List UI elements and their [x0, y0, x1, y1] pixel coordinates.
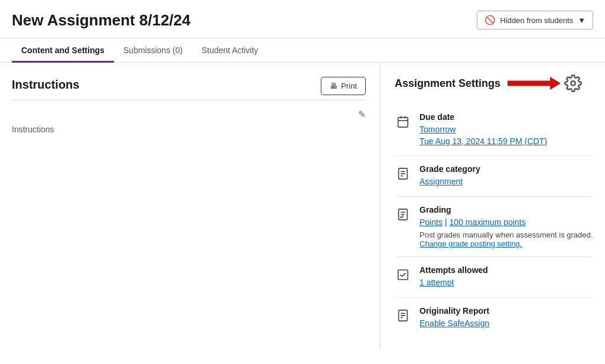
originality-icon: [395, 307, 411, 324]
grading-points-link[interactable]: Points: [419, 217, 443, 227]
instructions-content: Instructions: [12, 125, 366, 134]
checkbox-icon: [396, 268, 409, 281]
grade-category-label: Grade category: [419, 164, 593, 174]
grading-max-points-link[interactable]: 100 maximum points: [450, 217, 526, 227]
tab-student-activity[interactable]: Student Activity: [192, 38, 268, 63]
settings-title: Assignment Settings: [395, 77, 500, 90]
visibility-label: Hidden from students: [500, 16, 574, 25]
grade-category-icon: [395, 165, 411, 182]
grading-doc-icon: [396, 208, 409, 221]
settings-header: Assignment Settings: [395, 74, 593, 92]
grade-category-content: Grade category Assignment: [419, 164, 593, 188]
arrow-gear-container: [508, 74, 582, 92]
grading-label: Grading: [419, 205, 593, 214]
grading-setting: Grading Points|100 maximum points Post g…: [395, 197, 593, 258]
divider: [12, 100, 366, 100]
attempts-icon: [395, 266, 411, 283]
tab-bar: Content and Settings Submissions (0) Stu…: [0, 38, 605, 63]
due-date-content: Due date Tomorrow Tue Aug 13, 2024 11:59…: [419, 112, 593, 147]
tab-content-settings[interactable]: Content and Settings: [12, 38, 114, 63]
settings-panel: Assignment Settings: [380, 63, 605, 350]
grading-content: Grading Points|100 maximum points Post g…: [419, 205, 593, 249]
grading-icon: [395, 206, 411, 223]
originality-label: Originality Report: [419, 306, 593, 316]
safe-assign-link[interactable]: Enable SafeAssign: [419, 318, 593, 330]
edit-icon[interactable]: ✎: [358, 109, 366, 120]
gear-icon: [564, 74, 582, 92]
attempts-link[interactable]: 1 attempt: [419, 277, 593, 289]
originality-doc-icon: [396, 309, 409, 322]
svg-rect-1: [398, 118, 408, 128]
tab-submissions[interactable]: Submissions (0): [114, 38, 192, 63]
main-content: Instructions 🖶 Print ✎ Instructions Assi…: [0, 63, 605, 350]
attempts-setting: Attempts allowed 1 attempt: [395, 257, 593, 298]
edit-row: ✎: [12, 109, 366, 120]
grading-description: Post grades manually when assessment is …: [419, 230, 593, 248]
grade-category-link[interactable]: Assignment: [419, 176, 593, 188]
instructions-panel: Instructions 🖶 Print ✎ Instructions: [0, 63, 380, 350]
grade-category-setting: Grade category Assignment: [395, 156, 593, 197]
visibility-button[interactable]: 🚫 Hidden from students ▼: [477, 11, 593, 30]
page-title: New Assignment 8/12/24: [12, 11, 191, 30]
due-date-label: Due date: [419, 112, 593, 122]
chevron-down-icon: ▼: [578, 16, 586, 25]
attempts-content: Attempts allowed 1 attempt: [419, 265, 593, 289]
pipe-separator: |: [445, 217, 447, 227]
print-button[interactable]: 🖶 Print: [321, 77, 366, 95]
due-date-tomorrow-link[interactable]: Tomorrow: [419, 124, 593, 136]
red-arrow-indicator: [508, 77, 561, 90]
originality-setting: Originality Report Enable SafeAssign: [395, 298, 593, 338]
due-date-setting: Due date Tomorrow Tue Aug 13, 2024 11:59…: [395, 104, 593, 156]
due-date-icon: [395, 113, 411, 130]
hidden-eye-icon: 🚫: [484, 15, 496, 25]
svg-rect-12: [398, 270, 408, 280]
print-label: Print: [341, 82, 357, 90]
instructions-header: Instructions 🖶 Print: [12, 77, 366, 95]
attempts-label: Attempts allowed: [419, 265, 593, 275]
calendar-icon: [396, 115, 409, 128]
page-header: New Assignment 8/12/24 🚫 Hidden from stu…: [0, 0, 605, 38]
document-icon: [396, 167, 409, 180]
due-date-full-link[interactable]: Tue Aug 13, 2024 11:59 PM (CDT): [419, 136, 593, 148]
instructions-title: Instructions: [12, 78, 79, 92]
originality-content: Originality Report Enable SafeAssign: [419, 306, 593, 330]
gear-button[interactable]: [564, 74, 582, 92]
grade-posting-link[interactable]: Change grade posting setting.: [419, 239, 522, 248]
svg-point-0: [571, 81, 575, 86]
printer-icon: 🖶: [330, 82, 337, 90]
